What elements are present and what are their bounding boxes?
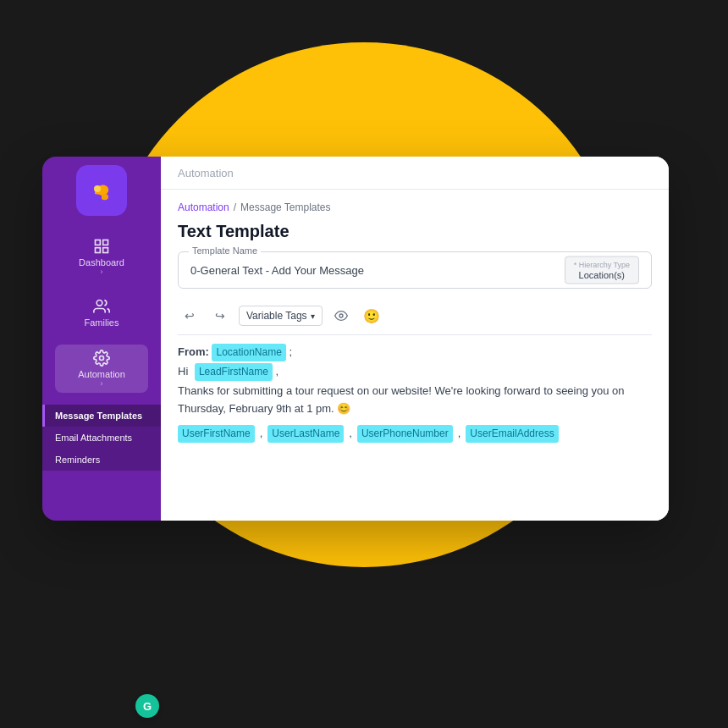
template-name-section: Template Name 0-General Text - Add Your … xyxy=(178,251,652,289)
sidebar-sub-item-reminders[interactable]: Reminders xyxy=(42,449,161,471)
variable-tags-button[interactable]: Variable Tags ▾ xyxy=(239,306,323,326)
sub-item-label: Reminders xyxy=(55,455,100,465)
grammarly-icon: G xyxy=(143,700,152,713)
sidebar-item-label: Dashboard xyxy=(79,257,124,267)
page-title: Text Template xyxy=(178,222,652,241)
sub-item-label: Email Attachments xyxy=(55,433,132,443)
from-label: From: xyxy=(178,345,209,358)
hierarchy-type-label: * Hierarchy Type xyxy=(574,261,630,269)
sidebar-sub-item-email-attachments[interactable]: Email Attachments xyxy=(42,427,161,449)
hi-text: Hi xyxy=(178,365,188,378)
greeting-line: Hi LeadFirstName , xyxy=(178,363,652,381)
svg-rect-5 xyxy=(103,248,108,253)
undo-button[interactable]: ↩ xyxy=(178,304,201,328)
preview-button[interactable] xyxy=(329,304,353,328)
logo-area xyxy=(76,165,127,216)
separator-2: , xyxy=(349,425,352,443)
grid-icon xyxy=(93,238,110,255)
lead-firstname-tag: LeadFirstName xyxy=(195,363,273,381)
sidebar-item-automation[interactable]: Automation › xyxy=(55,345,148,393)
editor-toolbar: ↩ ↪ Variable Tags ▾ xyxy=(178,297,652,335)
sidebar: Dashboard › Families Automation › xyxy=(42,157,161,521)
emoji-icon: 🙂 xyxy=(363,308,380,324)
svg-point-6 xyxy=(97,301,102,306)
main-content: Automation Automation / Message Template… xyxy=(161,157,669,521)
user-firstname-tag: UserFirstName xyxy=(178,425,255,443)
expand-arrow: › xyxy=(101,267,103,276)
redo-icon: ↪ xyxy=(215,309,225,323)
user-emailaddress-tag: UserEmailAddress xyxy=(466,425,558,443)
location-name-tag: LocationName xyxy=(212,344,285,361)
hierarchy-badge: * Hierarchy Type Location(s) xyxy=(565,256,639,284)
variable-tags-label: Variable Tags xyxy=(246,310,307,322)
variables-line: UserFirstName , UserLastName , UserPhone… xyxy=(178,425,652,443)
people-icon xyxy=(93,298,110,315)
eye-icon xyxy=(334,309,348,323)
app-logo xyxy=(85,174,119,207)
hierarchy-type-value: Location(s) xyxy=(574,270,630,280)
breadcrumb-separator: / xyxy=(234,201,236,213)
scene: Dashboard › Families Automation › xyxy=(0,0,728,728)
sub-item-label: Message Templates xyxy=(55,411,142,421)
message-body: From: LocationName ; Hi LeadFirstName , … xyxy=(178,344,652,443)
app-container: Dashboard › Families Automation › xyxy=(42,157,669,521)
redo-button[interactable]: ↪ xyxy=(208,304,232,328)
breadcrumb-automation[interactable]: Automation xyxy=(178,201,229,213)
expand-arrow: › xyxy=(101,379,103,388)
top-bar-title: Automation xyxy=(178,167,234,179)
user-phonenumber-tag: UserPhoneNumber xyxy=(357,425,453,443)
sidebar-item-families[interactable]: Families xyxy=(55,293,148,333)
sidebar-sub-item-message-templates[interactable]: Message Templates xyxy=(42,405,161,427)
svg-point-7 xyxy=(100,356,104,361)
comma: , xyxy=(276,365,279,378)
separator-3: , xyxy=(458,425,461,443)
sidebar-item-dashboard[interactable]: Dashboard › xyxy=(55,233,148,281)
from-colon: ; xyxy=(289,345,292,358)
body-text: Thanks for submitting a tour request on … xyxy=(178,383,652,418)
breadcrumb: Automation / Message Templates xyxy=(178,201,652,213)
user-lastname-tag: UserLastName xyxy=(267,425,344,443)
svg-rect-3 xyxy=(103,240,108,245)
breadcrumb-message-templates: Message Templates xyxy=(240,201,331,213)
separator-1: , xyxy=(260,425,263,443)
content-area: Automation / Message Templates Text Temp… xyxy=(161,190,669,521)
emoji-button[interactable]: 🙂 xyxy=(360,304,383,328)
svg-point-8 xyxy=(339,314,343,317)
undo-icon: ↩ xyxy=(185,309,195,323)
template-name-label: Template Name xyxy=(189,245,261,256)
grammarly-badge: G xyxy=(135,694,159,718)
svg-rect-2 xyxy=(96,240,101,245)
svg-rect-4 xyxy=(96,248,101,253)
top-bar: Automation xyxy=(161,157,669,190)
sidebar-item-label: Automation xyxy=(78,369,125,379)
sidebar-item-label: Families xyxy=(85,317,119,328)
gear-icon xyxy=(93,350,110,367)
template-name-value: 0-General Text - Add Your Message xyxy=(190,264,364,277)
from-line: From: LocationName ; xyxy=(178,344,652,361)
chevron-down-icon: ▾ xyxy=(311,312,315,321)
svg-point-1 xyxy=(94,185,101,192)
